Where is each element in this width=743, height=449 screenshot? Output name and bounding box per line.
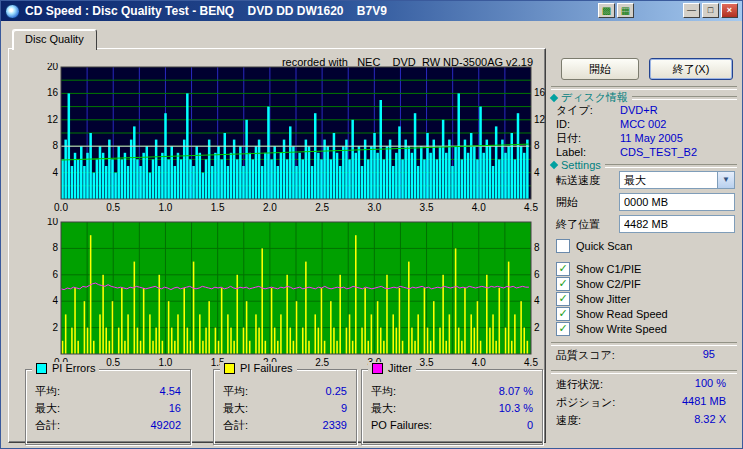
stat-value: 4.54 [160, 383, 181, 400]
minimize-button[interactable]: — [683, 3, 700, 18]
show-c2-pif-checkbox[interactable]: ✓ [556, 277, 570, 291]
progress-row: 進行状況: 100 % [556, 377, 726, 392]
title-bar: CD Speed : Disc Quality Test - BENQ DVD … [1, 1, 742, 21]
stat-label: 平均: [371, 383, 396, 400]
tab-disc-quality[interactable]: Disc Quality [12, 29, 97, 50]
pi-failures-jitter-chart: 24681024680.00.51.01.52.02.53.03.54.04.5 [39, 218, 551, 372]
close-button[interactable]: × [721, 3, 738, 18]
stat-value: 10.3 % [499, 400, 533, 417]
svg-text:8: 8 [534, 242, 540, 253]
start-position-field[interactable] [619, 193, 735, 211]
start-button[interactable]: 開始 [561, 58, 639, 80]
position-value: 4481 MB [682, 395, 726, 410]
transfer-speed-select[interactable]: 最大 ▼ [619, 171, 735, 189]
svg-text:1.5: 1.5 [211, 202, 225, 213]
disc-id-label: ID: [549, 117, 620, 131]
svg-text:4.5: 4.5 [524, 202, 538, 213]
stat-label: 平均: [223, 383, 248, 400]
jitter-stats-box: Jitter 平均:8.07 % 最大:10.3 % PO Failures:0 [361, 369, 543, 445]
disc-date-value: 11 May 2005 [620, 131, 683, 145]
maximize-button[interactable]: □ [702, 3, 719, 18]
svg-text:4.0: 4.0 [472, 202, 486, 213]
disc-id-value: MCC 002 [620, 117, 666, 131]
transfer-speed-label: 転送速度 [556, 171, 600, 189]
svg-text:4: 4 [52, 167, 58, 178]
separator [551, 342, 737, 346]
svg-text:12: 12 [47, 114, 59, 125]
cd-speed-window: CD Speed : Disc Quality Test - BENQ DVD … [0, 0, 743, 449]
end-position-field[interactable] [619, 215, 735, 233]
end-position-label: 終了位置 [556, 215, 600, 233]
window-title: CD Speed : Disc Quality Test - BENQ DVD … [25, 4, 387, 18]
svg-text:16: 16 [47, 87, 59, 98]
disc-quality-page: recorded with _NEC DVD_RW ND-3500AG v2.1… [8, 48, 546, 443]
svg-text:3.5: 3.5 [420, 202, 434, 213]
pi-errors-swatch [36, 363, 47, 374]
svg-text:3.0: 3.0 [367, 202, 381, 213]
app-disc-icon [5, 4, 20, 19]
pi-errors-speed-chart: 481216204812160.00.51.01.52.02.53.03.54.… [39, 63, 551, 217]
pi-failures-stats-box: PI Failures 平均:0.25 最大:9 合計:2339 [213, 369, 357, 445]
stat-value: 8.07 % [499, 383, 533, 400]
quality-score-row: 品質スコア: 95 [556, 348, 715, 363]
tab-control: Disc Quality recorded with _NEC DVD_RW N… [8, 29, 546, 443]
progress-label: 進行状況: [556, 377, 603, 392]
show-c1-pie-label: Show C1/PIE [576, 263, 641, 275]
svg-text:4: 4 [52, 295, 58, 306]
pi-failures-stats-title: PI Failures [240, 362, 293, 374]
diamond-icon [550, 161, 558, 169]
jitter-stats-title: Jitter [388, 362, 412, 374]
show-jitter-checkbox[interactable]: ✓ [556, 292, 570, 306]
disc-type-value: DVD+R [620, 103, 658, 117]
disc-date-label: 日付: [549, 131, 620, 145]
disc-type-label: タイプ: [549, 103, 620, 117]
quality-score-label: 品質スコア: [556, 348, 615, 363]
quick-scan-label: Quick Scan [576, 240, 632, 252]
chevron-down-icon[interactable]: ▼ [717, 172, 734, 188]
pi-failures-swatch [224, 363, 235, 374]
svg-text:2.5: 2.5 [315, 202, 329, 213]
svg-text:4: 4 [534, 167, 540, 178]
settings-header-label: Settings [561, 159, 601, 171]
exit-button[interactable]: 終了(X) [649, 58, 733, 80]
control-panel: 開始 終了(X) ディスク情報 タイプ:DVD+R ID:MCC 002 日付:… [549, 29, 739, 447]
svg-text:6: 6 [534, 269, 540, 280]
show-read-speed-label: Show Read Speed [576, 308, 668, 320]
stat-value: 16 [169, 400, 181, 417]
svg-text:2: 2 [534, 322, 540, 333]
disc-label-value: CDS_TEST_B2 [620, 145, 697, 159]
titlebar-tool-icon-2[interactable]: ▦ [617, 3, 634, 18]
svg-text:0.0: 0.0 [54, 202, 68, 213]
position-label: ポジション: [556, 395, 615, 410]
svg-text:3.5: 3.5 [420, 357, 434, 368]
svg-text:6: 6 [52, 269, 58, 280]
show-c1-pie-checkbox[interactable]: ✓ [556, 262, 570, 276]
svg-text:8: 8 [534, 140, 540, 151]
svg-text:0.5: 0.5 [106, 202, 120, 213]
show-jitter-label: Show Jitter [576, 293, 630, 305]
svg-text:8: 8 [52, 242, 58, 253]
quality-score-value: 95 [703, 348, 715, 363]
svg-text:1.0: 1.0 [158, 357, 172, 368]
start-position-label: 開始 [556, 193, 578, 211]
show-write-speed-checkbox[interactable]: ✓ [556, 322, 570, 336]
show-read-speed-checkbox[interactable]: ✓ [556, 307, 570, 321]
svg-text:12: 12 [534, 114, 546, 125]
titlebar-tool-icon-1[interactable]: ▩ [598, 3, 615, 18]
diamond-icon [550, 93, 558, 101]
disc-info-rows: タイプ:DVD+R ID:MCC 002 日付:11 May 2005 Labe… [549, 103, 739, 159]
stat-label: 最大: [223, 400, 248, 417]
stat-value: 9 [341, 400, 347, 417]
stat-value: 0.25 [326, 383, 347, 400]
svg-text:8: 8 [52, 140, 58, 151]
svg-text:10: 10 [47, 218, 59, 227]
quick-scan-checkbox[interactable] [556, 239, 570, 253]
stat-label: 合計: [223, 417, 248, 434]
stat-value: 49202 [150, 417, 181, 434]
svg-text:20: 20 [47, 63, 59, 72]
disc-label-label: Label: [549, 145, 620, 159]
stat-value: 2339 [323, 417, 347, 434]
stat-label: 最大: [35, 400, 60, 417]
svg-text:2.5: 2.5 [315, 357, 329, 368]
svg-text:4.0: 4.0 [472, 357, 486, 368]
